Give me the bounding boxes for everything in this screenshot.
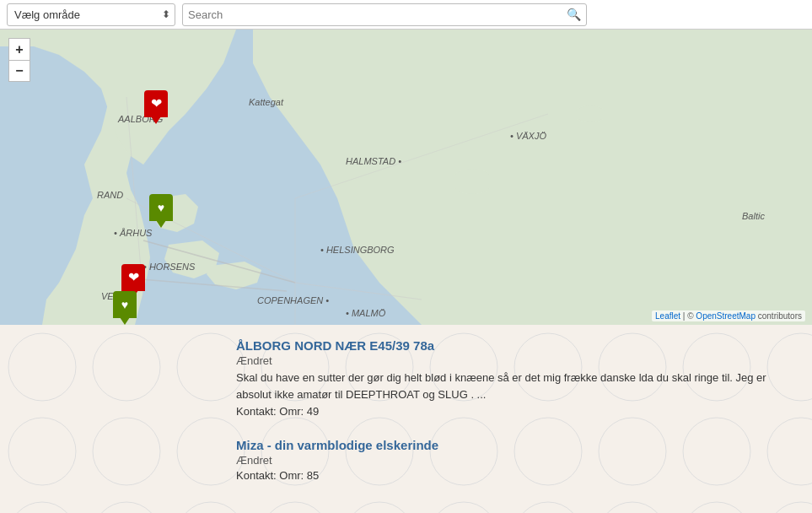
marker-pin-3: ♥ — [113, 291, 137, 318]
area-select[interactable]: Vælg område Aalborg Aarhus København Ode… — [7, 3, 175, 26]
zoom-in-button[interactable]: + — [8, 38, 30, 60]
listing-status-0: Ændret — [236, 354, 795, 367]
map-container[interactable]: AALBORGKattegatRAND• ÅRHUS• HORSENSHALMS… — [0, 30, 812, 325]
search-wrapper: 🔍 — [182, 3, 587, 26]
marker-pin-0: ❤ — [144, 90, 168, 117]
map-marker-0[interactable]: ❤ — [144, 90, 168, 117]
listing-status-1: Ændret — [236, 454, 795, 467]
listing-description-0: Skal du have en sutter der gør dig helt … — [236, 370, 795, 402]
attribution-suffix: contributors — [758, 311, 802, 321]
marker-icon-2: ❤ — [128, 271, 139, 284]
search-icon[interactable]: 🔍 — [567, 8, 581, 21]
map-marker-1[interactable]: ♥ — [149, 194, 173, 221]
map-marker-3[interactable]: ♥ — [113, 291, 137, 318]
listings: ÅLBORG NORD NÆR E45/39 78aÆndretSkal du … — [0, 325, 812, 513]
listing-item-0: ÅLBORG NORD NÆR E45/39 78aÆndretSkal du … — [236, 338, 795, 418]
marker-pin-1: ♥ — [149, 194, 173, 221]
area-select-wrapper: Vælg område Aalborg Aarhus København Ode… — [7, 3, 175, 26]
svg-point-8 — [575, 105, 605, 122]
map-controls: + − — [8, 38, 30, 82]
map-marker-2[interactable]: ❤ — [121, 264, 145, 291]
toolbar: Vælg område Aalborg Aarhus København Ode… — [0, 0, 812, 30]
listing-title-0[interactable]: ÅLBORG NORD NÆR E45/39 78a — [236, 338, 795, 353]
listing-item-1: Miza - din varmblodige elskerindeÆndretK… — [236, 438, 795, 482]
listing-contact-1: Kontakt: Omr: 85 — [236, 469, 795, 482]
marker-icon-0: ❤ — [151, 97, 162, 111]
search-input[interactable] — [188, 8, 567, 21]
map-attribution: Leaflet | © OpenStreetMap contributors — [652, 310, 805, 321]
marker-icon-3: ♥ — [121, 299, 128, 310]
osm-link[interactable]: OpenStreetMap — [696, 311, 756, 321]
attribution-separator: | © — [683, 311, 696, 321]
zoom-out-button[interactable]: − — [8, 60, 30, 82]
listings-container: ÅLBORG NORD NÆR E45/39 78aÆndretSkal du … — [236, 338, 795, 482]
marker-pin-2: ❤ — [121, 264, 145, 291]
svg-point-7 — [451, 169, 493, 194]
listing-contact-0: Kontakt: Omr: 49 — [236, 405, 795, 418]
listing-title-1[interactable]: Miza - din varmblodige elskerinde — [236, 438, 795, 452]
leaflet-link[interactable]: Leaflet — [655, 311, 680, 321]
marker-icon-1: ♥ — [158, 202, 164, 213]
